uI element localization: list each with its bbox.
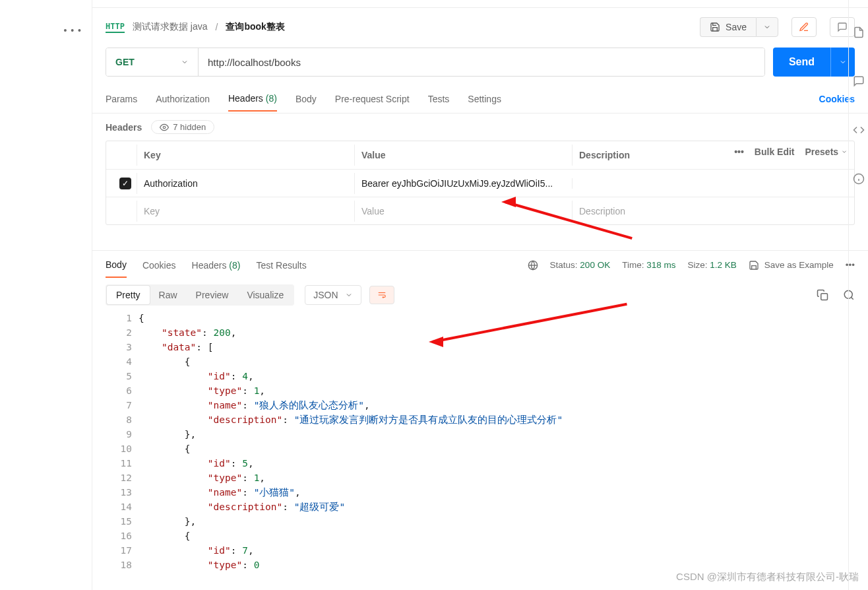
status-value: 200 OK [580,260,610,270]
hidden-headers-label: 7 hidden [173,122,206,132]
tab-headers-count: (8) [266,93,277,104]
resp-tab-headers[interactable]: Headers (8) [192,253,241,277]
save-button[interactable]: Save [700,17,756,37]
resp-tab-body[interactable]: Body [106,253,127,278]
rail-docs-icon[interactable] [853,26,865,38]
time-value: 318 ms [646,260,675,270]
key-input[interactable]: Key [137,201,354,222]
breadcrumb-row: HTTP 测试请求数据 java / 查询book整表 Save [92,8,868,44]
globe-icon[interactable] [528,260,538,271]
right-rail [848,0,868,590]
viewbar: Pretty Raw Preview Visualize JSON [92,279,868,311]
tab-prerequest[interactable]: Pre-request Script [335,87,410,111]
value-input[interactable]: Value [354,201,572,222]
copy-icon[interactable] [817,289,828,301]
svg-point-0 [164,126,166,129]
more-icon[interactable]: ••• [734,147,744,157]
save-as-example-button[interactable]: Save as Example [749,260,834,271]
format-select[interactable]: JSON [305,285,361,305]
row-checkbox[interactable]: ✓ [119,178,131,189]
description-input[interactable]: Description [572,201,854,222]
header-desc-cell[interactable] [572,178,854,189]
col-key: Key [137,145,354,166]
rail-comments-icon[interactable] [853,75,865,87]
save-button-label: Save [726,22,747,32]
chevron-down-icon [181,58,189,66]
save-as-example-label: Save as Example [764,260,834,270]
url-input[interactable] [199,48,764,76]
tab-headers[interactable]: Headers (8) [228,86,277,112]
breadcrumb-collection[interactable]: 测试请求数据 java [133,21,208,33]
wrap-lines-button[interactable] [369,286,394,304]
presets-dropdown[interactable]: Presets [805,147,848,157]
http-method-select[interactable]: GET [106,48,199,76]
hidden-headers-toggle[interactable]: 7 hidden [151,120,214,134]
tab-settings[interactable]: Settings [468,87,501,111]
save-icon [749,260,759,271]
resp-tab-headers-label: Headers [192,260,227,271]
size-label: Size: [687,260,707,270]
headers-title: Headers [106,122,142,133]
http-badge-icon: HTTP [106,22,125,33]
view-raw[interactable]: Raw [150,286,187,304]
save-caret-button[interactable] [756,17,778,37]
col-value: Value [354,145,572,166]
header-key-cell[interactable]: Authorization [137,173,354,194]
resp-tab-headers-count: (8) [229,260,240,271]
headers-table: Key Value Description ••• Bulk Edit Pres… [106,141,855,225]
view-pretty[interactable]: Pretty [107,286,150,304]
status-label: Status: [550,260,578,270]
response-body[interactable]: 123456789101112131415161718 { "state": 2… [92,311,868,572]
svg-rect-4 [821,294,828,300]
view-visualize[interactable]: Visualize [237,286,293,304]
tab-params[interactable]: Params [106,87,137,111]
header-value-cell[interactable]: Bearer eyJhbGciOiJIUzUxMiJ9.eyJzdWliOiI5… [354,173,572,194]
response-tabs: Body Cookies Headers (8) Test Results St… [92,250,868,279]
resp-tab-tests[interactable]: Test Results [256,253,306,277]
request-tabs: Params Authorization Headers (8) Body Pr… [92,84,868,114]
breadcrumb-request[interactable]: 查询book整表 [226,21,284,33]
table-row-empty[interactable]: Key Value Description [106,197,854,224]
breadcrumb-sep: / [215,22,218,32]
rail-info-icon[interactable] [853,173,865,185]
chevron-down-icon [345,291,353,299]
eye-icon [160,123,169,132]
tab-body[interactable]: Body [295,87,317,111]
tab-tests[interactable]: Tests [428,87,450,111]
bulk-edit-link[interactable]: Bulk Edit [755,147,795,157]
table-row[interactable]: ✓ Authorization Bearer eyJhbGciOiJIUzUxM… [106,169,854,197]
tabstrip [92,0,868,8]
send-button[interactable]: Send [773,48,830,77]
view-preview[interactable]: Preview [187,286,238,304]
format-label: JSON [313,290,338,300]
tab-headers-label: Headers [228,93,263,104]
rail-code-icon[interactable] [853,124,865,136]
time-label: Time: [622,260,644,270]
http-method-label: GET [115,57,135,67]
method-url-group: GET [106,48,765,77]
size-value: 1.2 KB [710,260,737,270]
edit-name-button[interactable] [791,17,817,37]
tab-authorization[interactable]: Authorization [156,87,210,111]
context-menu-icon[interactable]: • • • [64,25,82,36]
resp-tab-cookies[interactable]: Cookies [142,253,176,277]
